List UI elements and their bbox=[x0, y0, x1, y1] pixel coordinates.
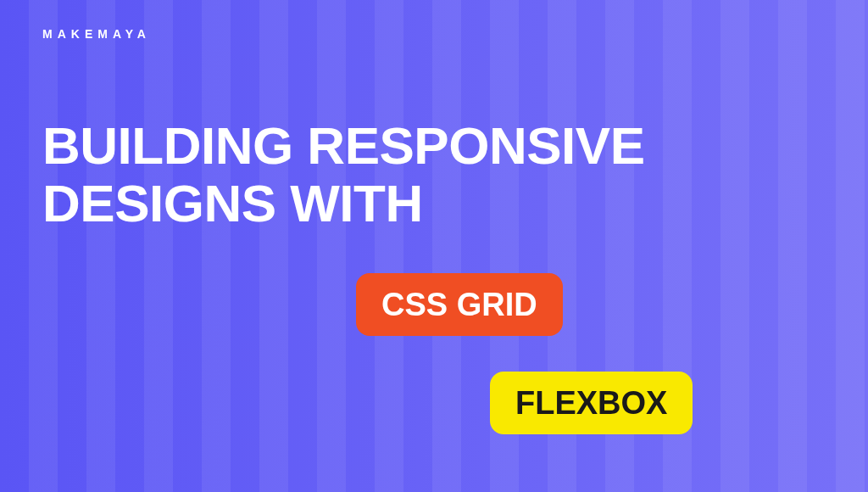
badge-css-grid: CSS GRID bbox=[356, 273, 563, 336]
background-stripes bbox=[0, 0, 868, 492]
brand-logo-text: MAKEMAYA bbox=[42, 27, 151, 41]
headline: BUILDING RESPONSIVE DESIGNS WITH bbox=[42, 117, 805, 232]
badge-flexbox: FLEXBOX bbox=[490, 372, 693, 434]
